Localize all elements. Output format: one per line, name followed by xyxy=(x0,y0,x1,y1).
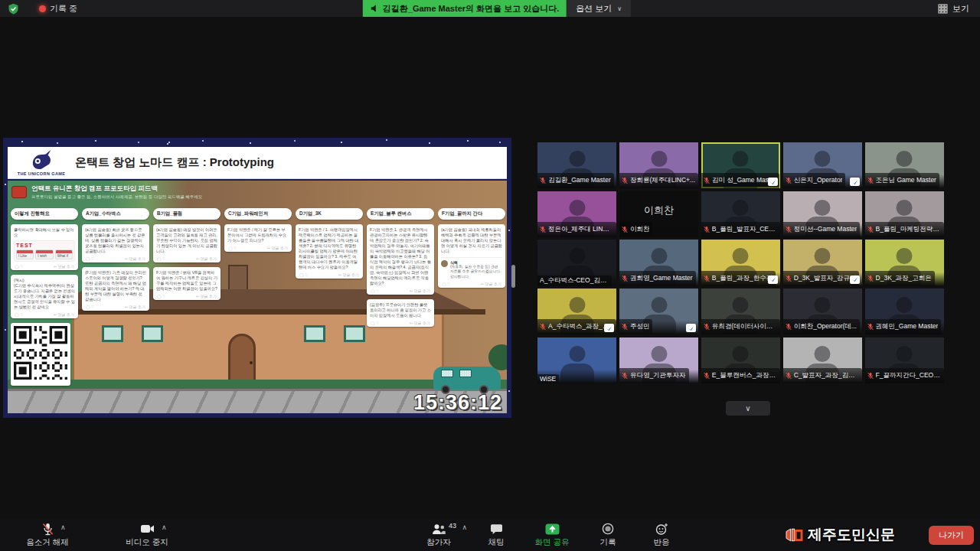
participant-tile[interactable]: 김미 성_Game Master xyxy=(701,142,780,188)
chat-label: 채팅 xyxy=(488,537,505,548)
feedback-board: 언택트 유니콘 창업 캠프 프로토타입 피드백 프로토타입 설명을 듣고 좋은 … xyxy=(8,181,507,413)
mic-muted-icon xyxy=(704,275,710,282)
like-icon xyxy=(86,256,94,261)
participant-tile[interactable]: 김길환_Game Master xyxy=(537,142,616,188)
note-footer xyxy=(156,256,217,261)
participant-tile[interactable]: 권혜민_Game Master xyxy=(865,289,944,334)
add-comment-icon xyxy=(410,321,430,325)
participant-tile[interactable]: A_수타벅스_과장_명... xyxy=(537,289,616,334)
participant-tile[interactable]: 유다영_기관투자자 xyxy=(619,337,698,383)
person-silhouette-head xyxy=(569,346,585,362)
participant-tile[interactable]: 유최경(데이터사이언... xyxy=(701,289,780,334)
security-shield-icon[interactable] xyxy=(8,3,19,15)
qr-code-card xyxy=(11,323,70,386)
participant-name: B_플림_마케팅전략과... xyxy=(876,225,941,234)
person-silhouette-head xyxy=(569,200,585,216)
participant-tile[interactable]: 정은아_제주대 LINC+... xyxy=(537,191,616,237)
mic-muted-icon-wrap xyxy=(786,174,792,187)
unicorn-icon xyxy=(29,149,54,171)
board-columns: 이렇게 진행해요클릭하시면 확대해서 보실 수 있어요TESTI LikeI w… xyxy=(11,208,505,386)
participant-tile[interactable]: C_발표자_과장_김지현 xyxy=(783,337,862,383)
participant-tile[interactable]: 권희영_Game Master xyxy=(619,240,698,285)
mic-muted-icon-wrap xyxy=(704,272,710,285)
add-comment-icon xyxy=(481,282,501,286)
participant-tile[interactable]: 이희찬_Operator(데... xyxy=(783,289,862,334)
view-options-button[interactable]: 옵션 보기 ∨ xyxy=(567,0,631,17)
gallery-next-page-button[interactable] xyxy=(726,401,770,416)
org-logo-icon xyxy=(606,325,612,331)
panel-resize-handle[interactable] xyxy=(511,265,515,288)
like-icon xyxy=(228,246,237,250)
column-header-pill: F기업_끝까지 간다 xyxy=(438,208,505,220)
reactions-smiley-icon xyxy=(655,523,668,535)
participant-name: 조은님 Game Master xyxy=(876,176,936,185)
person-silhouette-head xyxy=(815,248,831,264)
record-button[interactable]: 기록 xyxy=(586,523,629,548)
person-silhouette-head xyxy=(651,346,667,362)
participant-tile[interactable]: B_플림_과장_한수진 xyxy=(701,240,780,285)
newspaper-logo-icon xyxy=(785,527,803,543)
participant-name: 이희찬 xyxy=(630,225,650,234)
like-icon xyxy=(157,256,165,261)
mic-muted-icon xyxy=(867,372,874,380)
participant-tile[interactable]: B_플림_마케팅전략과... xyxy=(865,191,944,237)
participant-tile[interactable]: A_수타벅스-CEO_김명숙 xyxy=(537,240,616,285)
participant-name: 장희룡(제주대LINC+... xyxy=(630,176,695,185)
unmute-button[interactable]: ∧ 음소거 해제 xyxy=(26,523,69,548)
participant-tile[interactable]: WiSE xyxy=(537,337,616,383)
participant-tile[interactable]: 신은지_Operator xyxy=(783,142,862,188)
share-screen-button[interactable]: 화면 공유 xyxy=(528,523,576,548)
participant-tile[interactable]: D_3K_과장_고희은 xyxy=(865,240,944,285)
participant-tile[interactable]: F_끝까지간다_CEO_박... xyxy=(865,337,944,383)
like-icon xyxy=(157,294,165,298)
person-silhouette-head xyxy=(815,200,831,216)
note-footer xyxy=(85,305,146,309)
stop-video-button[interactable]: ∧ 비디오 중지 xyxy=(126,523,168,548)
participant-name-chip: D_3K_발표자_강규선 xyxy=(783,271,860,286)
vote-chip-label: I Like xyxy=(17,253,33,259)
mic-muted-icon xyxy=(786,177,792,184)
person-silhouette-head xyxy=(651,297,667,313)
mic-muted-icon xyxy=(867,177,874,184)
participants-caret[interactable]: ∧ xyxy=(462,523,467,531)
add-comment-icon xyxy=(196,294,217,298)
mic-options-caret[interactable]: ∧ xyxy=(60,523,66,531)
participants-button[interactable]: 43 ∧ 참가자 xyxy=(413,523,464,548)
speaker-icon xyxy=(371,4,378,13)
jeju-domin-sinmun-logo: 제주도민신문 xyxy=(785,525,895,545)
leave-meeting-button[interactable]: 나가기 xyxy=(929,526,974,545)
sticky-note: F기업 박완준 1. 관광객 측면에서 관광하고자하는 스팟은 유사할텐데 혼잡… xyxy=(367,224,434,295)
mic-muted-icon-wrap xyxy=(867,369,874,383)
participant-tile[interactable]: 조은님 Game Master xyxy=(865,142,944,188)
participant-tile[interactable]: E_블루캔버스_과장_정... xyxy=(701,337,780,383)
board-header-text: 언택트 유니콘 창업 캠프 프로토타입 피드백 프로토타입 설명을 듣고 좋은 … xyxy=(31,184,202,200)
participant-name: C_발표자_과장_김지현 xyxy=(794,371,859,380)
mic-muted-icon xyxy=(704,177,710,184)
participant-tile[interactable]: 주성민 xyxy=(619,289,698,334)
participant-tile[interactable]: B_플림_발표자_CEO_... xyxy=(701,191,780,237)
chat-button[interactable]: 채팅 xyxy=(475,523,518,548)
video-options-caret[interactable]: ∧ xyxy=(162,523,167,531)
participant-tile[interactable]: 장희룡(제주대LINC+... xyxy=(619,142,698,188)
participant-tile[interactable]: D_3K_발표자_강규선 xyxy=(783,240,862,285)
participant-name-chip: F_끝까지간다_CEO_박... xyxy=(865,368,944,383)
participant-name-chip: 이희찬 xyxy=(619,222,653,237)
reactions-button[interactable]: 반응 xyxy=(640,523,683,548)
participant-name: 정미선--Game Master xyxy=(794,225,858,234)
org-logo-chip xyxy=(850,178,860,186)
org-logo-chip xyxy=(604,324,614,332)
note-footer xyxy=(370,289,431,293)
unicorn-game-logo: THE UNICORN GAME xyxy=(8,149,75,176)
view-button[interactable]: 보기 xyxy=(938,3,980,15)
mic-muted-icon-wrap xyxy=(704,223,710,236)
share-screen-label: 화면 공유 xyxy=(535,537,570,548)
participant-name: 신은지_Operator xyxy=(794,176,843,185)
add-comment-icon xyxy=(54,264,74,269)
note-footer xyxy=(85,256,146,261)
participant-tile[interactable]: 이희찬이희찬 xyxy=(619,191,698,237)
test-widget-title: TEST xyxy=(16,243,73,248)
camera-icon xyxy=(140,523,155,534)
participant-tile[interactable]: 정미선--Game Master xyxy=(783,191,862,237)
participant-name: 정은아_제주대 LINC+... xyxy=(548,225,613,234)
qr-code xyxy=(14,326,67,380)
